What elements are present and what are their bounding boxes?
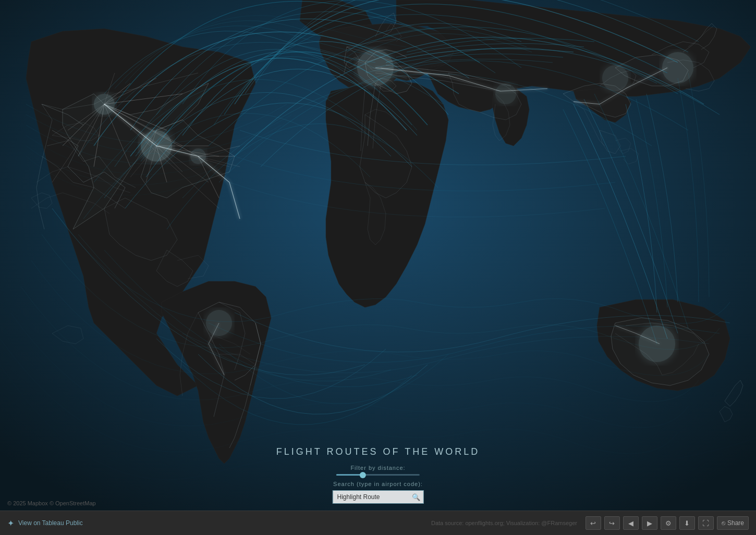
filter-section: Filter by distance:	[276, 465, 480, 476]
back-button[interactable]: ◀	[623, 516, 639, 530]
forward-button[interactable]: ▶	[642, 516, 657, 530]
map-container	[0, 0, 756, 511]
distance-slider-container	[276, 474, 480, 476]
svg-point-8	[602, 65, 628, 91]
filter-label: Filter by distance:	[276, 465, 480, 471]
world-map-svg	[0, 0, 756, 511]
undo-button[interactable]: ↩	[586, 516, 601, 530]
bottom-left: ✦ View on Tableau Public	[7, 518, 83, 528]
share-icon: ⎋	[722, 519, 725, 527]
copyright-text: © 2025 Mapbox © OpenStreetMap	[7, 500, 96, 506]
search-label: Search (type in airport code):	[276, 481, 480, 487]
distance-slider[interactable]	[336, 474, 420, 476]
fullscreen-button[interactable]: ⛶	[698, 516, 714, 530]
view-tableau-link[interactable]: View on Tableau Public	[18, 519, 83, 527]
search-icon-button[interactable]: 🔍	[412, 493, 420, 501]
settings-button[interactable]: ⚙	[661, 516, 676, 530]
search-input[interactable]	[332, 490, 423, 504]
svg-point-9	[639, 326, 675, 362]
tableau-icon: ✦	[7, 518, 14, 528]
search-container: 🔍	[332, 490, 423, 504]
data-source-text: Data source: openflights.org; Visualizat…	[431, 520, 577, 526]
download-button[interactable]: ⬇	[679, 516, 695, 530]
search-section: Search (type in airport code): 🔍	[276, 481, 480, 504]
map-credit: © 2025 Mapbox © OpenStreetMap	[7, 500, 96, 506]
share-label: Share	[727, 519, 744, 527]
share-button[interactable]: ⎋ Share	[717, 516, 749, 530]
redo-button[interactable]: ↪	[604, 516, 620, 530]
bottom-right: Data source: openflights.org; Visualizat…	[431, 516, 749, 530]
bottom-toolbar: ✦ View on Tableau Public Data source: op…	[0, 511, 756, 535]
svg-point-6	[495, 83, 516, 104]
